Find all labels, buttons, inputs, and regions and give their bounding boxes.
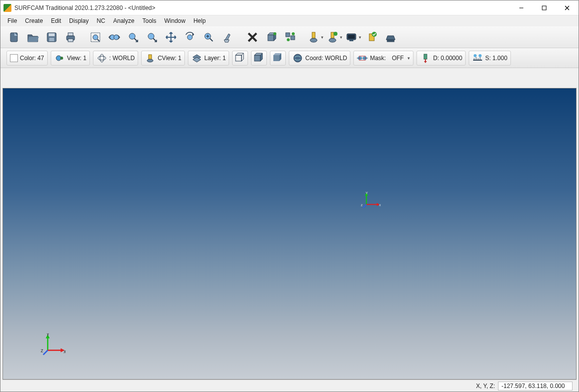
zoom-window-button[interactable] [87,29,104,46]
zoom-all-button[interactable] [125,29,142,46]
svg-rect-62 [273,55,279,61]
menu-file[interactable]: File [3,16,21,25]
clean-button[interactable] [219,29,236,46]
svg-rect-8 [49,38,54,41]
scale-icon [472,53,483,64]
svg-rect-43 [348,35,355,39]
pan-button[interactable] [163,29,179,46]
print-button[interactable] [62,29,79,46]
window-controls [510,0,579,15]
verify-button[interactable] [363,29,380,46]
zoom-previous-button[interactable] [144,29,161,46]
svg-point-41 [333,32,337,36]
minimize-button[interactable] [510,0,533,15]
svg-rect-1 [542,6,546,10]
depth-icon [420,53,431,64]
svg-line-24 [210,38,213,41]
menu-help[interactable]: Help [189,16,210,25]
world-axis-icon [96,53,107,64]
coord-selector[interactable]: Coord: WORLD [289,51,350,66]
title-bar: SURFCAM Traditional 2020.1.273.22080 - <… [0,0,579,15]
mask-selector[interactable]: Mask: OFF ▾ [353,51,414,66]
tool-yellow-button[interactable] [307,29,324,46]
svg-rect-29 [268,35,274,41]
close-button[interactable] [556,0,579,15]
svg-rect-47 [387,40,394,42]
s-value[interactable]: S: 1.000 [469,51,511,66]
menu-window[interactable]: Window [160,16,189,25]
view-icon [54,53,65,64]
status-xyz-value: -127.597, 63.118, 0.000 [498,382,573,391]
shaded-button[interactable] [270,51,286,66]
arrange-button[interactable] [282,29,299,46]
svg-text:x: x [64,349,66,354]
axis-triad-center: Y x z [361,192,381,211]
menu-edit[interactable]: Edit [47,16,65,25]
svg-rect-4 [10,33,17,42]
shaded-edges-button[interactable] [251,51,267,66]
color-selector[interactable]: Color: 47 [6,51,48,66]
svg-marker-71 [424,61,427,63]
svg-text:Y: Y [46,333,50,337]
menu-display[interactable]: Display [65,16,92,25]
svg-line-20 [153,38,157,42]
rotate-view-button[interactable] [181,29,198,46]
tool-green-button[interactable] [326,29,342,46]
viewport-3d[interactable]: Y x z Y x z [2,88,577,380]
svg-point-40 [329,38,336,42]
maximize-button[interactable] [533,0,556,15]
status-bar: X, Y, Z: -127.597, 63.118, 0.000 [2,380,577,392]
d-label: D: 0.00000 [433,55,462,62]
zoom-dynamic-button[interactable] [106,29,123,46]
cview-selector[interactable]: CView: 1 [141,51,185,66]
svg-text:Y: Y [366,192,368,195]
view-selector[interactable]: View: 1 [51,51,90,66]
svg-rect-33 [286,33,290,37]
svg-point-65 [294,54,302,62]
toolbar-gap [0,68,579,88]
svg-point-53 [147,59,153,62]
open-file-button[interactable] [24,29,41,46]
svg-marker-58 [242,53,244,61]
svg-point-51 [100,54,104,62]
mask-value: OFF [392,55,404,62]
svg-rect-7 [49,33,55,36]
app-icon [3,4,11,12]
cview-icon [145,53,156,64]
status-xyz-label: X, Y, Z: [476,383,495,390]
layer-selector[interactable]: Layer: 1 [188,51,229,66]
svg-point-49 [60,57,63,60]
world-selector[interactable]: : WORLD [93,51,138,66]
save-file-button[interactable] [43,29,60,46]
box-cut-button[interactable] [263,29,280,46]
view-label: View: 1 [67,55,86,62]
svg-line-18 [134,38,138,42]
menu-create[interactable]: Create [21,16,47,25]
cview-label: CView: 1 [158,55,181,62]
menu-analyze[interactable]: Analyze [109,16,139,25]
s-label: S: 1.000 [485,55,507,62]
menu-bar: File Create Edit Display NC Analyze Tool… [0,15,579,26]
menu-tools[interactable]: Tools [138,16,160,25]
screen-icon-button[interactable] [344,29,361,46]
svg-point-32 [273,32,276,35]
svg-text:z: z [41,348,43,353]
color-label: Color: 47 [20,55,44,62]
d-value[interactable]: D: 0.00000 [416,51,466,66]
svg-rect-59 [254,55,260,61]
svg-point-77 [474,54,477,57]
svg-point-50 [98,56,106,60]
svg-rect-37 [312,32,315,38]
machine-sim-button[interactable] [382,29,399,46]
menu-nc[interactable]: NC [92,16,109,25]
zoom-extents-button[interactable] [200,29,217,46]
svg-rect-11 [68,39,73,42]
delete-button[interactable] [244,29,261,46]
svg-text:x: x [379,203,381,207]
wireframe-button[interactable] [232,51,248,66]
svg-rect-34 [291,36,295,40]
svg-rect-56 [236,55,242,61]
svg-line-93 [43,350,48,355]
new-file-button[interactable] [5,29,22,46]
color-swatch [10,54,18,62]
